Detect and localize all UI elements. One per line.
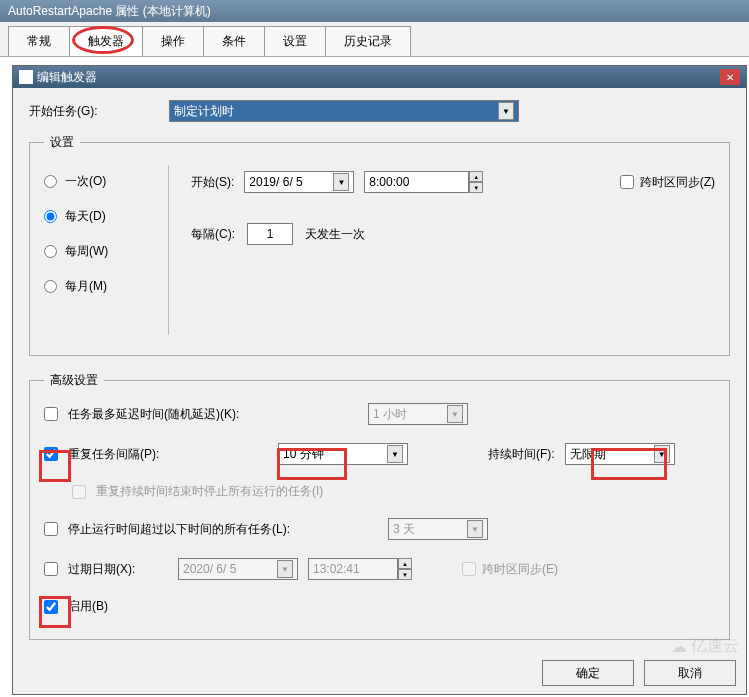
sync-timezone-input[interactable] [620, 175, 634, 189]
dropdown-arrow-icon: ▼ [447, 405, 463, 423]
begin-task-value: 制定计划时 [174, 103, 234, 120]
dialog-buttons: 确定 取消 [542, 660, 736, 686]
spin-down-icon: ▼ [469, 182, 483, 193]
recurrence-radios: 一次(O) 每天(D) 每周(W) 每月(M) [44, 165, 154, 335]
spin-down-icon: ▼ [398, 569, 412, 580]
spin-up-icon: ▲ [398, 558, 412, 569]
dropdown-arrow-icon: ▼ [277, 560, 293, 578]
stop-longer-select: 3 天 ▼ [388, 518, 488, 540]
repeat-interval-select[interactable]: 10 分钟 ▼ [278, 443, 408, 465]
tab-actions[interactable]: 操作 [142, 26, 204, 56]
duration-label: 持续时间(F): [488, 446, 555, 463]
cancel-button[interactable]: 取消 [644, 660, 736, 686]
watermark: ☁ 亿速云 [671, 636, 739, 657]
dropdown-arrow-icon: ▼ [498, 102, 514, 120]
dropdown-arrow-icon: ▼ [654, 445, 670, 463]
cloud-icon: ☁ [671, 637, 687, 656]
dropdown-arrow-icon: ▼ [387, 445, 403, 463]
start-date-field[interactable]: 2019/ 6/ 5 ▼ [244, 171, 354, 193]
radio-weekly[interactable]: 每周(W) [44, 243, 154, 260]
ok-button[interactable]: 确定 [542, 660, 634, 686]
stop-running-checkbox [72, 485, 86, 499]
enabled-checkbox[interactable] [44, 600, 58, 614]
start-label: 开始(S): [191, 174, 234, 191]
interval-field[interactable]: 1 [247, 223, 293, 245]
expire-time-spinner: ▲ ▼ [398, 558, 412, 580]
delay-label: 任务最多延迟时间(随机延迟)(K): [68, 406, 358, 423]
settings-fieldset: 设置 一次(O) 每天(D) 每周(W) [29, 134, 730, 356]
settings-legend: 设置 [44, 134, 80, 151]
radio-once[interactable]: 一次(O) [44, 173, 154, 190]
repeat-checkbox[interactable] [44, 447, 58, 461]
spin-up-icon: ▲ [469, 171, 483, 182]
expire-time-field: 13:02:41 [308, 558, 398, 580]
tab-triggers[interactable]: 触发器 [69, 26, 143, 56]
sync-timezone-checkbox[interactable]: 跨时区同步(Z) [620, 174, 715, 191]
stop-longer-label: 停止运行时间超过以下时间的所有任务(L): [68, 521, 378, 538]
repeat-label: 重复任务间隔(P): [68, 446, 268, 463]
radio-monthly-input[interactable] [44, 280, 57, 293]
tab-history[interactable]: 历史记录 [325, 26, 411, 56]
radio-daily[interactable]: 每天(D) [44, 208, 154, 225]
radio-monthly[interactable]: 每月(M) [44, 278, 154, 295]
enabled-label: 启用(B) [68, 598, 108, 615]
vertical-divider [168, 165, 169, 335]
window-title: AutoRestartApache 属性 (本地计算机) [8, 3, 211, 20]
tabs: 常规 触发器 操作 条件 设置 历史记录 [0, 22, 749, 57]
tab-settings[interactable]: 设置 [264, 26, 326, 56]
edit-trigger-dialog: 编辑触发器 ✕ 开始任务(G): 制定计划时 ▼ 设置 一次(O) [12, 65, 747, 695]
duration-select[interactable]: 无限期 ▼ [565, 443, 675, 465]
dialog-title: 编辑触发器 [37, 69, 97, 86]
expire-sync-input [462, 562, 476, 576]
begin-task-combo[interactable]: 制定计划时 ▼ [169, 100, 519, 122]
dialog-icon [19, 70, 33, 84]
window-titlebar: AutoRestartApache 属性 (本地计算机) [0, 0, 749, 22]
begin-task-label: 开始任务(G): [29, 103, 169, 120]
stop-longer-checkbox[interactable] [44, 522, 58, 536]
stop-running-label: 重复持续时间结束时停止所有运行的任务(I) [96, 483, 323, 500]
interval-suffix: 天发生一次 [305, 226, 365, 243]
time-spinner[interactable]: ▲ ▼ [469, 171, 483, 193]
start-time-field[interactable]: 8:00:00 [364, 171, 469, 193]
radio-once-input[interactable] [44, 175, 57, 188]
expire-checkbox[interactable] [44, 562, 58, 576]
dialog-titlebar: 编辑触发器 ✕ [13, 66, 746, 88]
dropdown-arrow-icon: ▼ [467, 520, 483, 538]
expire-sync-checkbox: 跨时区同步(E) [462, 561, 558, 578]
radio-daily-input[interactable] [44, 210, 57, 223]
expire-label: 过期日期(X): [68, 561, 168, 578]
radio-weekly-input[interactable] [44, 245, 57, 258]
expire-date-field: 2020/ 6/ 5 ▼ [178, 558, 298, 580]
delay-select: 1 小时 ▼ [368, 403, 468, 425]
tab-general[interactable]: 常规 [8, 26, 70, 56]
delay-checkbox[interactable] [44, 407, 58, 421]
tab-conditions[interactable]: 条件 [203, 26, 265, 56]
advanced-fieldset: 高级设置 任务最多延迟时间(随机延迟)(K): 1 小时 ▼ 重复任务间隔(P)… [29, 372, 730, 640]
advanced-legend: 高级设置 [44, 372, 104, 389]
close-button[interactable]: ✕ [720, 69, 740, 85]
dropdown-arrow-icon: ▼ [333, 173, 349, 191]
interval-label: 每隔(C): [191, 226, 235, 243]
